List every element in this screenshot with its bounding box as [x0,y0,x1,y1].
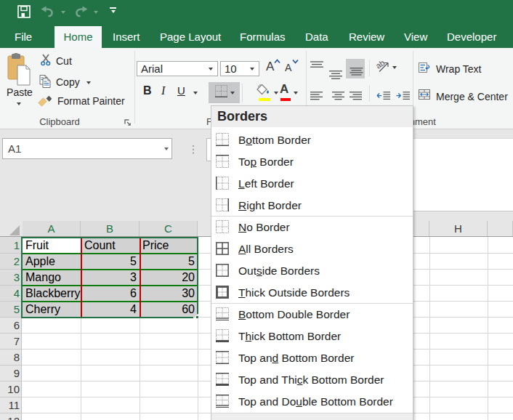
svg-text:ab: ab [376,60,387,70]
